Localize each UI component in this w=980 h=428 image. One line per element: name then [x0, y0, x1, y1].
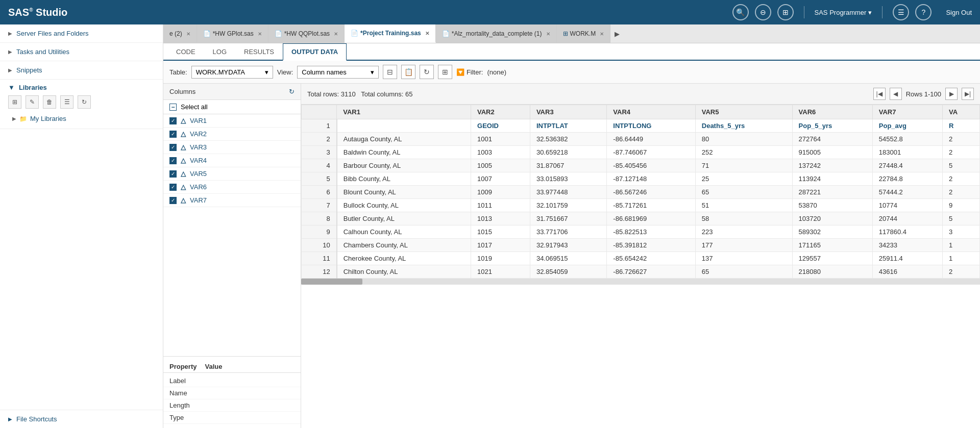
- tab-hw-gplot[interactable]: 📄 *HW GPlot.sas ✕: [197, 24, 268, 43]
- select-all-row[interactable]: − Select all: [163, 100, 301, 114]
- search-icon[interactable]: 🔍: [732, 4, 749, 20]
- add-library-button[interactable]: ⊞: [8, 95, 21, 109]
- sign-out-button[interactable]: Sign Out: [946, 9, 972, 16]
- cell-var6: 272764: [792, 133, 872, 146]
- user-menu[interactable]: SAS Programmer ▾: [815, 9, 872, 16]
- tab-close-icon[interactable]: ✕: [186, 31, 190, 37]
- table-row[interactable]: 2 Autauga County, AL 1001 32.536382 -86.…: [302, 133, 980, 146]
- column-item-var3[interactable]: ✓ △ VAR3: [163, 141, 301, 154]
- delete-library-button[interactable]: 🗑: [43, 95, 56, 109]
- col-header-var1[interactable]: VAR1: [337, 105, 471, 119]
- tab-close-icon[interactable]: ✕: [600, 31, 604, 37]
- view-library-button[interactable]: ☰: [60, 95, 74, 109]
- grid-view-icon[interactable]: ⊞: [438, 65, 452, 79]
- columns-icon[interactable]: ⊟: [383, 65, 397, 79]
- tab-results[interactable]: RESULTS: [235, 43, 283, 61]
- menu-icon[interactable]: ☰: [893, 4, 909, 20]
- col-checkbox-var2[interactable]: ✓: [169, 131, 177, 138]
- tabs-more-button[interactable]: ▶: [610, 28, 624, 40]
- view-select[interactable]: Column names ▾: [297, 66, 379, 79]
- cell-var3: 32.101759: [530, 199, 606, 212]
- next-page-button[interactable]: ▶: [945, 88, 958, 100]
- table-row[interactable]: 10 Chambers County, AL 1017 32.917943 -8…: [302, 239, 980, 252]
- grid-icon[interactable]: ⊞: [777, 4, 794, 20]
- columns-list: − Select all ✓ △ VAR1 ✓ △ VAR2: [163, 100, 301, 356]
- col-header-var2[interactable]: VAR2: [471, 105, 530, 119]
- tab-close-icon[interactable]: ✕: [425, 31, 429, 36]
- tab-log[interactable]: LOG: [204, 43, 235, 61]
- sidebar-item-tasks[interactable]: ▶ Tasks and Utilities: [0, 43, 163, 61]
- col-checkbox-var6[interactable]: ✓: [169, 184, 177, 191]
- table-row[interactable]: 9 Calhoun County, AL 1015 33.771706 -85.…: [302, 225, 980, 239]
- col-checkbox-var5[interactable]: ✓: [169, 170, 177, 178]
- col-checkbox-var3[interactable]: ✓: [169, 144, 177, 151]
- prev-page-button[interactable]: ◀: [890, 88, 902, 100]
- chevron-right-icon: ▶: [12, 116, 16, 121]
- cell-var5: 71: [695, 159, 792, 172]
- col-header-var6[interactable]: VAR6: [792, 105, 872, 119]
- scrollbar-thumb[interactable]: [301, 279, 362, 285]
- table-row[interactable]: 5 Bibb County, AL 1007 33.015893 -87.127…: [302, 172, 980, 186]
- column-item-var1[interactable]: ✓ △ VAR1: [163, 114, 301, 128]
- refresh-library-button[interactable]: ↻: [78, 95, 91, 109]
- minimize-icon[interactable]: ⊖: [755, 4, 771, 20]
- cell-va: 1: [943, 239, 980, 252]
- first-page-button[interactable]: |◀: [873, 88, 886, 100]
- cell-var2: 1005: [471, 159, 530, 172]
- edit-library-button[interactable]: ✎: [26, 95, 39, 109]
- tab-label: *Alz_mortality_data_complete (1): [452, 30, 542, 37]
- col-header-var4[interactable]: VAR4: [607, 105, 695, 119]
- refresh-icon[interactable]: ↻: [420, 65, 434, 79]
- my-libraries-item[interactable]: ▶ 📁 My Libraries: [8, 113, 155, 124]
- column-item-var5[interactable]: ✓ △ VAR5: [163, 167, 301, 181]
- tab-output-data[interactable]: OUTPUT DATA: [283, 43, 347, 61]
- horizontal-scrollbar[interactable]: [301, 279, 980, 285]
- table-row[interactable]: 7 Bullock County, AL 1011 32.101759 -85.…: [302, 199, 980, 212]
- last-page-button[interactable]: ▶|: [962, 88, 974, 100]
- col-header-va[interactable]: VA: [943, 105, 980, 119]
- cell-var4: -86.64449: [607, 133, 695, 146]
- tab-code[interactable]: CODE: [167, 43, 204, 61]
- row-number: 5: [302, 172, 337, 186]
- table-row[interactable]: 4 Barbour County, AL 1005 31.87067 -85.4…: [302, 159, 980, 172]
- libraries-header[interactable]: ▼ Libraries: [8, 84, 155, 91]
- column-item-var2[interactable]: ✓ △ VAR2: [163, 128, 301, 141]
- column-item-var7[interactable]: ✓ △ VAR7: [163, 194, 301, 207]
- col-checkbox-var4[interactable]: ✓: [169, 157, 177, 164]
- select-all-checkbox[interactable]: −: [169, 104, 177, 111]
- stats-text: Total rows: 3110 Total columns: 65: [307, 90, 412, 98]
- col-checkbox-var1[interactable]: ✓: [169, 117, 177, 124]
- tab-hw-qqplot[interactable]: 📄 *HW QQPlot.sas ✕: [268, 24, 345, 43]
- cell-var1: Chilton County, AL: [337, 265, 471, 279]
- col-header-var3[interactable]: VAR3: [530, 105, 606, 119]
- table-row[interactable]: 3 Baldwin County, AL 1003 30.659218 -87.…: [302, 146, 980, 159]
- table-select[interactable]: WORK.MYDATA ▾: [191, 66, 273, 79]
- column-item-var6[interactable]: ✓ △ VAR6: [163, 181, 301, 194]
- help-icon[interactable]: ?: [915, 4, 932, 20]
- tab-close-icon[interactable]: ✕: [334, 31, 338, 37]
- table-row[interactable]: 1 GEOID INTPTLAT INTPTLONG Deaths_5_yrs …: [302, 119, 980, 133]
- tab-close-icon[interactable]: ✕: [258, 31, 262, 37]
- table-row[interactable]: 6 Blount County, AL 1009 33.977448 -86.5…: [302, 186, 980, 199]
- refresh-columns-icon[interactable]: ↻: [289, 88, 295, 95]
- col-header-var7[interactable]: VAR7: [872, 105, 942, 119]
- tab-e2[interactable]: e (2) ✕: [163, 24, 197, 43]
- tab-work-m[interactable]: ⊞ WORK.M ✕: [557, 24, 611, 43]
- col-header-var5[interactable]: VAR5: [695, 105, 792, 119]
- tab-alz-data[interactable]: 📄 *Alz_mortality_data_complete (1) ✕: [436, 24, 557, 43]
- sidebar-item-file-shortcuts[interactable]: ▶ File Shortcuts: [0, 410, 163, 428]
- header-divider-2: [882, 6, 883, 18]
- cell-var5: 177: [695, 239, 792, 252]
- tab-project-training[interactable]: 📄 *Project Training.sas ✕: [345, 24, 436, 43]
- table-row[interactable]: 8 Butler County, AL 1013 31.751667 -86.6…: [302, 212, 980, 225]
- table-row[interactable]: 12 Chilton County, AL 1021 32.854059 -86…: [302, 265, 980, 279]
- cell-var6: 129557: [792, 252, 872, 265]
- export-icon[interactable]: 📋: [401, 65, 415, 79]
- table-row[interactable]: 11 Cherokee County, AL 1019 34.069515 -8…: [302, 252, 980, 265]
- sidebar-item-server-files[interactable]: ▶ Server Files and Folders: [0, 24, 163, 43]
- sidebar-item-snippets[interactable]: ▶ Snippets: [0, 61, 163, 80]
- cell-var7: 27448.4: [872, 159, 942, 172]
- col-checkbox-var7[interactable]: ✓: [169, 197, 177, 204]
- column-item-var4[interactable]: ✓ △ VAR4: [163, 154, 301, 167]
- tab-close-icon[interactable]: ✕: [546, 31, 550, 37]
